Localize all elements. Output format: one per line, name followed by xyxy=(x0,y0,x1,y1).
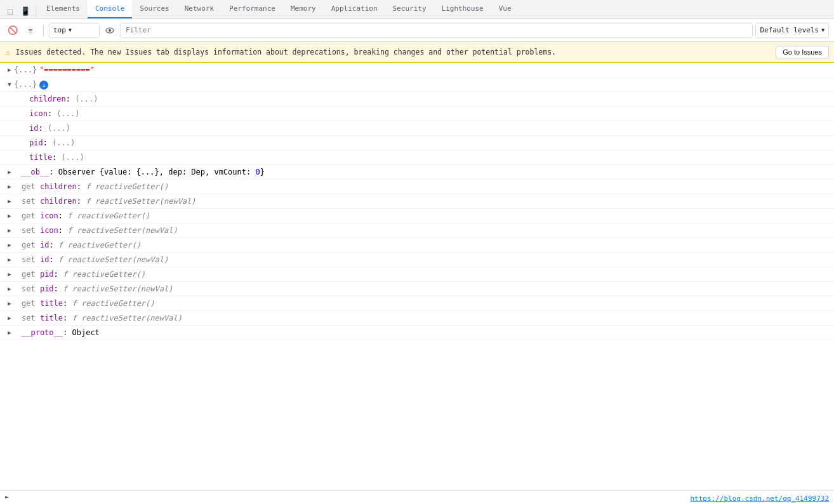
console-output: {...} "==========" {...} i children : (.… xyxy=(0,63,834,490)
key-set-children: children xyxy=(40,196,77,207)
val-get-pid: f reactiveGetter() xyxy=(63,269,145,280)
val-get-children: f reactiveGetter() xyxy=(86,181,168,192)
prop-val-children: (...) xyxy=(75,93,98,105)
prop-key-title: title xyxy=(29,152,52,163)
val-proto: Object xyxy=(72,327,99,338)
tab-sources[interactable]: Sources xyxy=(132,0,176,18)
console-row-pid: pid : (...) xyxy=(0,136,834,150)
key-set-pid: pid xyxy=(40,283,54,295)
banner-text: Issues detected. The new Issues tab disp… xyxy=(15,48,771,56)
key-set-icon: icon xyxy=(40,225,58,236)
toggle-set-icon[interactable] xyxy=(5,225,14,236)
prompt-arrow-icon: ► xyxy=(5,493,9,500)
prop-val-id: (...) xyxy=(48,123,70,134)
prop-key-icon: icon xyxy=(29,108,48,119)
val-set-icon: f reactiveSetter(newVal) xyxy=(67,225,177,236)
toolbar: 🚫 ≡ top ▼ Default levels ▼ xyxy=(0,19,834,42)
prop-key-ob: __ob__ xyxy=(22,166,49,178)
console-row-children: children : (...) xyxy=(0,92,834,107)
prop-val-ob: Observer {value: {...}, dep: Dep, vmCoun… xyxy=(58,166,256,178)
toggle-set-id[interactable] xyxy=(5,254,14,265)
val-set-children: f reactiveSetter(newVal) xyxy=(86,196,195,207)
context-value: top xyxy=(53,26,66,34)
console-row-get-children: get children : f reactiveGetter() xyxy=(0,180,834,194)
device-icon[interactable]: 📱 xyxy=(18,3,33,18)
toggle-set-pid[interactable] xyxy=(5,283,14,295)
key-get-pid: pid xyxy=(40,269,54,280)
toggle-set-children[interactable] xyxy=(5,196,14,207)
console-row-get-pid: get pid : f reactiveGetter() xyxy=(0,267,834,282)
warning-icon: ⚠ xyxy=(5,47,10,57)
key-proto: __proto__ xyxy=(22,327,63,338)
key-get-children: children xyxy=(40,181,77,192)
tab-application[interactable]: Application xyxy=(324,0,385,18)
toggle-proto[interactable] xyxy=(5,327,14,338)
val-set-title: f reactiveSetter(newVal) xyxy=(72,312,182,324)
tab-lighthouse[interactable]: Lighthouse xyxy=(434,0,491,18)
console-row-2: {...} i xyxy=(0,77,834,92)
toggle-row1[interactable] xyxy=(5,64,14,76)
context-dropdown-arrow: ▼ xyxy=(69,27,72,33)
toggle-set-title[interactable] xyxy=(5,312,14,324)
row1-value: "==========" xyxy=(39,64,95,76)
val-set-pid: f reactiveSetter(newVal) xyxy=(63,283,173,295)
issues-banner: ⚠ Issues detected. The new Issues tab di… xyxy=(0,42,834,63)
toggle-get-id[interactable] xyxy=(5,239,14,251)
tab-memory[interactable]: Memory xyxy=(283,0,324,18)
console-row-1: {...} "==========" xyxy=(0,63,834,77)
prop-key-children: children xyxy=(29,93,66,105)
eye-button[interactable] xyxy=(102,23,117,38)
go-to-issues-button[interactable]: Go to Issues xyxy=(776,46,829,58)
key-get-icon: icon xyxy=(40,210,58,222)
console-row-set-pid: set pid : f reactiveSetter(newVal) xyxy=(0,282,834,296)
divider xyxy=(36,6,36,18)
tab-vue[interactable]: Vue xyxy=(491,0,519,18)
console-row-icon: icon : (...) xyxy=(0,107,834,121)
console-row-set-children: set children : f reactiveSetter(newVal) xyxy=(0,194,834,209)
console-row-ob: __ob__ : Observer {value: {...}, dep: De… xyxy=(0,165,834,180)
status-bar[interactable]: https://blog.csdn.net/qq_41499732 xyxy=(685,493,834,503)
info-icon: i xyxy=(39,81,48,90)
console-row-set-id: set id : f reactiveSetter(newVal) xyxy=(0,253,834,267)
toggle-row2[interactable] xyxy=(5,79,14,90)
svg-point-1 xyxy=(109,29,111,32)
tab-elements[interactable]: Elements xyxy=(39,0,88,18)
row2-brace: {...} xyxy=(14,79,37,90)
val-set-id: f reactiveSetter(newVal) xyxy=(58,254,168,265)
clear-console-button[interactable]: 🚫 xyxy=(5,23,20,38)
prop-val-pid: (...) xyxy=(52,137,75,149)
toggle-get-title[interactable] xyxy=(5,298,14,309)
key-set-title: title xyxy=(40,312,63,324)
console-row-set-title: set title : f reactiveSetter(newVal) xyxy=(0,311,834,326)
get-prefix: get xyxy=(22,181,40,192)
console-row-get-icon: get icon : f reactiveGetter() xyxy=(0,209,834,223)
tab-performance[interactable]: Performance xyxy=(222,0,283,18)
tab-security[interactable]: Security xyxy=(385,0,434,18)
level-label: Default levels xyxy=(760,26,819,34)
toggle-get-pid[interactable] xyxy=(5,269,14,280)
val-get-title: f reactiveGetter() xyxy=(72,298,154,309)
toggle-get-children[interactable] xyxy=(5,181,14,192)
console-row-set-icon: set icon : f reactiveSetter(newVal) xyxy=(0,223,834,238)
toolbar-divider-1 xyxy=(43,24,44,37)
tab-network[interactable]: Network xyxy=(177,0,222,18)
console-row-title: title : (...) xyxy=(0,150,834,165)
prop-key-id: id xyxy=(29,123,38,134)
console-row-id: id : (...) xyxy=(0,121,834,136)
status-url: https://blog.csdn.net/qq_41499732 xyxy=(690,494,829,503)
filter-input[interactable] xyxy=(120,23,753,38)
toggle-get-icon[interactable] xyxy=(5,210,14,222)
level-dropdown-arrow: ▼ xyxy=(821,27,824,33)
log-level-selector[interactable]: Default levels ▼ xyxy=(755,23,829,38)
console-row-get-title: get title : f reactiveGetter() xyxy=(0,296,834,311)
filter-toggle-button[interactable]: ≡ xyxy=(23,23,38,38)
tab-console[interactable]: Console xyxy=(88,0,132,18)
prop-key-pid: pid xyxy=(29,137,43,149)
console-row-get-id: get id : f reactiveGetter() xyxy=(0,238,834,253)
key-set-id: id xyxy=(40,254,49,265)
key-get-id: id xyxy=(40,239,49,251)
context-selector[interactable]: top ▼ xyxy=(49,23,100,38)
prop-val-title: (...) xyxy=(62,152,84,163)
inspect-icon[interactable]: ⬚ xyxy=(3,3,18,18)
toggle-ob[interactable] xyxy=(5,166,14,178)
